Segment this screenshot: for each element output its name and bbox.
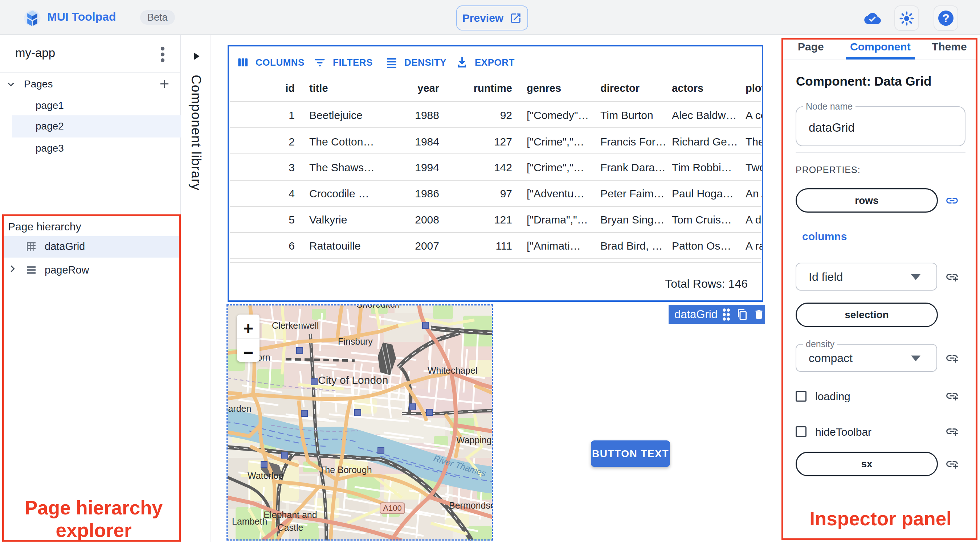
svg-text:Garden: Garden — [228, 404, 251, 413]
svg-text:Whitechapel: Whitechapel — [428, 365, 478, 375]
svg-text:A100: A100 — [383, 504, 401, 513]
svg-text:Castle: Castle — [278, 522, 304, 532]
svg-text:Lambeth: Lambeth — [232, 516, 267, 526]
svg-text:Elephant and: Elephant and — [264, 510, 317, 520]
svg-text:City of London: City of London — [318, 374, 388, 386]
svg-text:Clerkenwell: Clerkenwell — [272, 320, 319, 331]
svg-text:Finsbury: Finsbury — [338, 336, 373, 346]
svg-text:Bermondsey: Bermondsey — [449, 500, 492, 510]
svg-text:Shoreditch: Shoreditch — [356, 305, 400, 310]
svg-text:The Borough: The Borough — [320, 465, 372, 475]
svg-text:Wapping: Wapping — [456, 435, 492, 445]
svg-text:Waterloo: Waterloo — [248, 470, 283, 481]
